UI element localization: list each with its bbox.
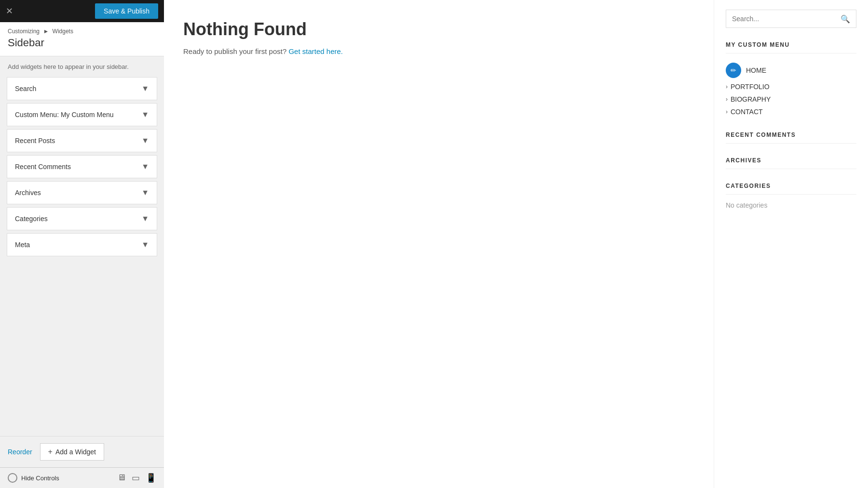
search-icon: 🔍 (841, 15, 850, 23)
widget-label: Recent Posts (15, 137, 55, 145)
hide-controls-bar: Hide Controls 🖥 ▭ 📱 (0, 467, 164, 488)
add-widget-button[interactable]: + Add a Widget (40, 443, 104, 461)
main-content: Nothing Found Ready to publish your firs… (164, 0, 714, 488)
widget-label: Meta (15, 241, 30, 249)
view-icons: 🖥 ▭ 📱 (117, 473, 156, 483)
sidebar-section: RECENT COMMENTS (726, 132, 856, 144)
breadcrumb-child: Widgets (53, 28, 73, 35)
breadcrumb-arrow: ► (43, 28, 50, 35)
sidebar-section-heading: MY CUSTOM MENU (726, 41, 856, 48)
breadcrumb: Customizing ► Widgets (8, 28, 156, 35)
widget-item[interactable]: Categories▼ (7, 207, 157, 230)
desktop-view-icon[interactable]: 🖥 (117, 473, 126, 483)
custom-menu-list: ✏HOME›PORTFOLIO›BIOGRAPHY›CONTACT (726, 60, 856, 118)
widget-label: Search (15, 85, 36, 92)
left-panel: ✕ Save & Publish Customizing ► Widgets S… (0, 0, 164, 488)
menu-item[interactable]: ›PORTFOLIO (726, 80, 856, 93)
widget-item[interactable]: Custom Menu: My Custom Menu▼ (7, 103, 157, 126)
menu-item[interactable]: ›BIOGRAPHY (726, 93, 856, 106)
widget-item[interactable]: Search▼ (7, 77, 157, 100)
body-text: Ready to publish your first post? (183, 47, 286, 55)
menu-item-label: PORTFOLIO (731, 83, 770, 91)
get-started-link[interactable]: Get started here. (288, 47, 343, 55)
reorder-button[interactable]: Reorder (8, 448, 32, 456)
widget-expand-arrow: ▼ (141, 84, 149, 93)
right-sidebar: 🔍 MY CUSTOM MENU✏HOME›PORTFOLIO›BIOGRAPH… (714, 0, 868, 488)
sidebar-sections: MY CUSTOM MENU✏HOME›PORTFOLIO›BIOGRAPHY›… (726, 41, 856, 209)
menu-item-label: HOME (746, 66, 766, 74)
no-categories-note: No categories (726, 201, 856, 209)
mobile-view-icon[interactable]: 📱 (146, 473, 156, 483)
nothing-found-text: Ready to publish your first post? Get st… (183, 47, 685, 55)
sidebar-section: MY CUSTOM MENU✏HOME›PORTFOLIO›BIOGRAPHY›… (726, 41, 856, 118)
sidebar-section-heading: RECENT COMMENTS (726, 132, 856, 138)
breadcrumb-area: Customizing ► Widgets Sidebar (0, 22, 164, 56)
menu-item-label: CONTACT (731, 108, 763, 116)
pencil-icon: ✏ (731, 66, 736, 74)
home-icon-circle: ✏ (726, 63, 741, 78)
tablet-view-icon[interactable]: ▭ (132, 473, 140, 483)
widget-item[interactable]: Recent Posts▼ (7, 129, 157, 152)
sidebar-section-heading: ARCHIVES (726, 157, 856, 164)
hide-controls-label: Hide Controls (21, 475, 59, 482)
widget-item[interactable]: Recent Comments▼ (7, 155, 157, 178)
close-button[interactable]: ✕ (6, 6, 13, 16)
sidebar-section-heading: CATEGORIES (726, 183, 856, 189)
page-title: Nothing Found (183, 19, 685, 40)
widget-expand-arrow: ▼ (141, 188, 149, 197)
sidebar-section: ARCHIVES (726, 157, 856, 169)
widget-expand-arrow: ▼ (141, 214, 149, 223)
sidebar-section: CATEGORIESNo categories (726, 183, 856, 209)
search-input[interactable] (726, 10, 835, 27)
plus-icon: + (48, 448, 53, 456)
bottom-actions: Reorder + Add a Widget (0, 436, 164, 467)
widget-expand-arrow: ▼ (141, 110, 149, 119)
widget-label: Recent Comments (15, 163, 71, 171)
save-publish-button[interactable]: Save & Publish (95, 3, 158, 19)
section-divider (726, 53, 856, 53)
search-button[interactable]: 🔍 (835, 11, 856, 27)
menu-chevron-icon: › (726, 96, 728, 103)
widget-label: Archives (15, 189, 41, 197)
menu-chevron-icon: › (726, 108, 728, 115)
menu-chevron-icon: › (726, 83, 728, 90)
widget-expand-arrow: ▼ (141, 240, 149, 249)
widget-hint: Add widgets here to appear in your sideb… (0, 56, 164, 77)
search-box: 🔍 (726, 10, 856, 28)
top-bar: ✕ Save & Publish (0, 0, 164, 22)
section-divider (726, 143, 856, 144)
hide-controls-toggle[interactable]: Hide Controls (8, 473, 59, 483)
add-widget-label: Add a Widget (55, 448, 96, 456)
widget-expand-arrow: ▼ (141, 162, 149, 171)
widget-label: Categories (15, 215, 48, 223)
widget-label: Custom Menu: My Custom Menu (15, 111, 114, 119)
section-divider (726, 169, 856, 169)
widgets-list: Search▼Custom Menu: My Custom Menu▼Recen… (0, 77, 164, 436)
breadcrumb-parent[interactable]: Customizing (8, 28, 40, 35)
hide-circle-icon (8, 473, 17, 483)
widget-item[interactable]: Archives▼ (7, 181, 157, 204)
sidebar-section-title: Sidebar (8, 37, 156, 49)
widget-item[interactable]: Meta▼ (7, 233, 157, 256)
section-divider (726, 194, 856, 195)
menu-item[interactable]: ✏HOME (726, 60, 856, 80)
menu-item[interactable]: ›CONTACT (726, 106, 856, 118)
menu-item-label: BIOGRAPHY (731, 95, 771, 103)
widget-expand-arrow: ▼ (141, 136, 149, 145)
